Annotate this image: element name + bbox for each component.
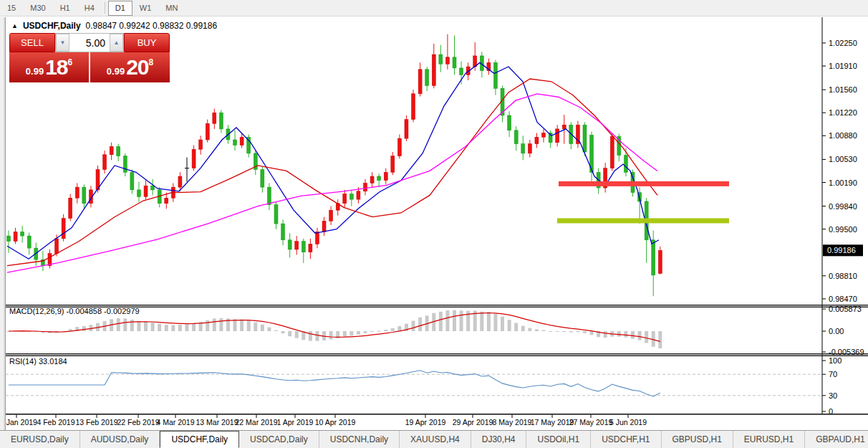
chart-tab-usdcad-daily[interactable]: USDCAD,Daily <box>239 431 319 448</box>
svg-text:1.01220: 1.01220 <box>829 108 857 117</box>
date-axis-label: 10 Apr 2019 <box>315 418 356 426</box>
sell-button[interactable]: SELL <box>9 33 55 52</box>
support-line <box>557 218 729 223</box>
svg-text:-0.005369: -0.005369 <box>829 348 864 356</box>
svg-text:1.01560: 1.01560 <box>829 85 857 94</box>
date-axis-label: 13 Mar 2019 <box>196 418 238 426</box>
svg-text:100: 100 <box>829 356 842 365</box>
timeframe-button-w1[interactable]: W1 <box>132 1 159 16</box>
timeframe-button-h4[interactable]: H4 <box>77 1 102 16</box>
buy-button[interactable]: BUY <box>124 33 170 52</box>
sell-price-display[interactable]: 0.99 18 6 <box>9 52 89 82</box>
svg-text:0.005873: 0.005873 <box>829 305 862 313</box>
chart-tab-eurusd-daily[interactable]: EURUSD,Daily <box>0 431 80 448</box>
sell-price-base: 0.99 <box>26 66 44 77</box>
svg-text:0.99500: 0.99500 <box>829 225 857 234</box>
quote-header: ▲ USDCHF,Daily 0.98847 0.99242 0.98832 0… <box>11 21 217 31</box>
svg-text:1.00880: 1.00880 <box>829 131 857 140</box>
rsi-indicator-label: RSI(14) 33.0184 <box>9 357 67 366</box>
window-left-edge <box>0 17 6 430</box>
volume-increase-button[interactable]: ▲ <box>110 34 123 52</box>
macd-indicator-label: MACD(12,26,9) -0.004858 -0.002979 <box>9 307 140 315</box>
timeframe-button-mn[interactable]: MN <box>158 1 185 16</box>
chart-tab-usdoil-h1[interactable]: USDOil,H1 <box>526 431 591 448</box>
one-click-trade-panel: SELL ▼ ▲ BUY 0.99 18 6 0.99 20 8 <box>9 33 170 82</box>
svg-text:1.00190: 1.00190 <box>829 178 857 187</box>
svg-text:0.98470: 0.98470 <box>829 295 857 303</box>
chart-tab-audusd-daily[interactable]: AUDUSD,Daily <box>80 431 160 448</box>
collapse-panel-icon[interactable]: ▲ <box>11 22 18 29</box>
chart-tab-usdchf-daily[interactable]: USDCHF,Daily <box>160 431 239 448</box>
date-axis-label: 22 Feb 2019 <box>117 418 160 426</box>
date-axis-label: 8 May 2019 <box>493 418 532 426</box>
date-axis-label: 4 Feb 2019 <box>37 418 74 426</box>
buy-price-display[interactable]: 0.99 20 8 <box>90 52 170 82</box>
buy-price-point: 8 <box>149 57 154 67</box>
timeframe-button-15[interactable]: 15 <box>0 1 23 16</box>
chart-tab-gbpusd-h1[interactable]: GBPUSD,H1 <box>662 431 733 448</box>
svg-text:0.99840: 0.99840 <box>829 202 857 211</box>
buy-price-base: 0.99 <box>107 66 125 77</box>
svg-text:70: 70 <box>829 370 837 378</box>
svg-text:0.00: 0.00 <box>829 327 844 335</box>
trading-terminal-window: 15M30H1H4D1W1MN 1.022501.019101.015601.0… <box>0 0 868 448</box>
date-axis-label: 19 Apr 2019 <box>405 418 446 426</box>
svg-text:1.02250: 1.02250 <box>829 39 857 47</box>
sell-price-pips: 18 <box>45 55 67 80</box>
chart-tab-usdcnh-daily[interactable]: USDCNH,Daily <box>319 431 400 448</box>
ohlc-values: 0.98847 0.99242 0.98832 0.99186 <box>86 21 218 31</box>
toolbar-separator <box>105 2 105 14</box>
resistance-line <box>559 181 729 186</box>
timeframe-button-m30[interactable]: M30 <box>23 1 52 16</box>
date-axis-label: 13 Feb 2019 <box>76 418 118 426</box>
date-axis-label: 22 Mar 2019 <box>236 418 278 426</box>
svg-text:1.01910: 1.01910 <box>829 62 857 70</box>
chart-tab-eurusd-h1[interactable]: EURUSD,H1 <box>733 431 805 448</box>
svg-text:30: 30 <box>829 391 837 400</box>
date-axis-label: 27 May 2019 <box>569 418 613 426</box>
svg-text:1.00530: 1.00530 <box>829 155 857 163</box>
timeframe-button-h1[interactable]: H1 <box>53 1 77 16</box>
symbol-label: USDCHF,Daily <box>23 21 81 31</box>
chart-tab-xauusd-h4[interactable]: XAUUSD,H4 <box>400 431 471 448</box>
date-axis-label: 4 Mar 2019 <box>156 418 194 426</box>
date-axis-label: 5 Jun 2019 <box>609 418 647 426</box>
chart-tab-gbpaud-h1[interactable]: GBPAUD,H1 <box>805 431 868 448</box>
volume-stepper: ▼ ▲ <box>55 33 124 52</box>
buy-price-pips: 20 <box>126 55 148 80</box>
chart-tabbar: EURUSD,DailyAUDUSD,DailyUSDCHF,DailyUSDC… <box>0 430 868 448</box>
chart-tab-usdchf-h1[interactable]: USDCHF,H1 <box>591 431 661 448</box>
svg-text:0.98810: 0.98810 <box>829 272 857 280</box>
timeframe-toolbar: 15M30H1H4D1W1MN <box>0 0 868 16</box>
date-axis-label: 17 May 2019 <box>531 418 574 426</box>
chart-window: 1.022501.019101.015601.012201.008801.005… <box>0 17 868 430</box>
volume-decrease-button[interactable]: ▼ <box>56 34 69 52</box>
svg-text:0.99186: 0.99186 <box>827 246 856 254</box>
date-axis-label: 1 Apr 2019 <box>277 418 314 426</box>
svg-text:0: 0 <box>829 407 833 416</box>
sell-price-point: 6 <box>68 57 73 67</box>
timeframe-button-d1[interactable]: D1 <box>108 1 132 16</box>
date-axis-label: 29 Apr 2019 <box>453 418 493 426</box>
chart-tab-dj30-h4[interactable]: DJ30,H4 <box>471 431 527 448</box>
tabs-holder: EURUSD,DailyAUDUSD,DailyUSDCHF,DailyUSDC… <box>0 431 868 448</box>
volume-input[interactable] <box>69 34 110 52</box>
